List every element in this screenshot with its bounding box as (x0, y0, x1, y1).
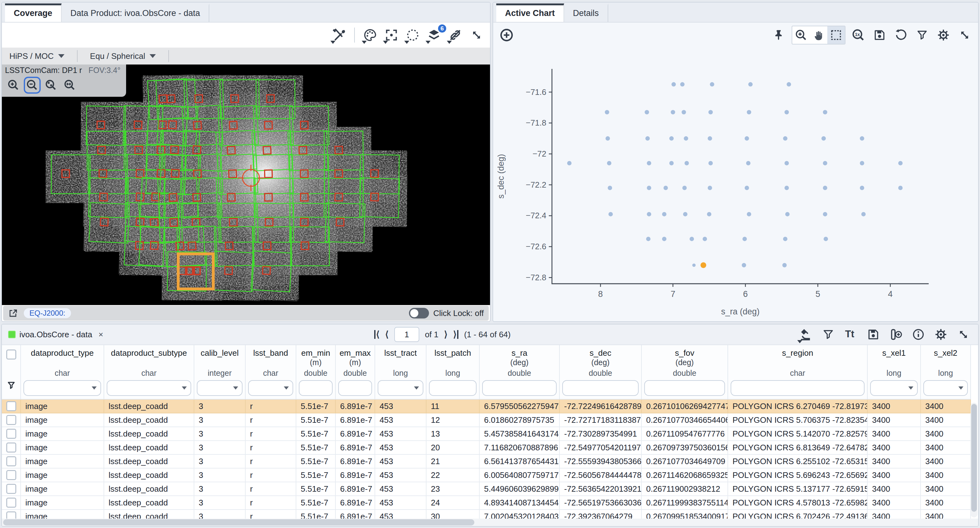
tools-icon[interactable] (331, 26, 347, 45)
row-checkbox[interactable] (6, 442, 16, 453)
scatter-point[interactable] (823, 212, 827, 216)
tab-coverage[interactable]: Coverage (5, 3, 62, 22)
scatter-point[interactable] (823, 186, 827, 190)
table-row[interactable]: imagelsst.deep_coadd3r5.51e-76.891e-7453… (2, 509, 970, 518)
table-row[interactable]: imagelsst.deep_coadd3r5.51e-76.891e-7453… (2, 482, 970, 496)
scatter-point[interactable] (690, 237, 694, 241)
vertical-scrollbar[interactable] (970, 403, 977, 517)
scatter-point[interactable] (823, 110, 827, 114)
column-header-s_xel1[interactable]: s_xel1long (867, 345, 921, 399)
column-header-s_dec[interactable]: s_dec(deg)double (560, 345, 641, 399)
page-input[interactable] (394, 327, 419, 342)
scatter-point[interactable] (821, 136, 826, 140)
last-page-button[interactable]: ⟩ (453, 330, 458, 339)
scatter-point[interactable] (823, 161, 827, 165)
scatter-point[interactable] (647, 161, 651, 165)
scatter-point[interactable] (605, 110, 609, 114)
unlink-icon[interactable] (447, 26, 464, 45)
add-chart-icon[interactable] (498, 26, 515, 45)
row-checkbox[interactable] (6, 470, 16, 480)
filter-input-lsst_patch[interactable] (429, 380, 477, 396)
scrollbar-thumb[interactable] (971, 404, 977, 512)
scatter-point[interactable] (662, 237, 667, 241)
expand-icon[interactable] (468, 26, 485, 45)
row-checkbox[interactable] (6, 484, 16, 494)
sky-view[interactable]: LSSTComCam: DP1 r FOV:3.4° (2, 64, 490, 305)
scatter-point[interactable] (684, 136, 688, 140)
column-header-calib_level[interactable]: calib_levelinteger (194, 345, 245, 399)
column-header-lsst_patch[interactable]: lsst_patchlong (426, 345, 479, 399)
scatter-point[interactable] (787, 82, 791, 86)
filter-input-s_fov[interactable] (644, 380, 725, 396)
horizontal-scrollbar[interactable] (2, 518, 978, 526)
filter-input-lsst_tract[interactable] (378, 380, 423, 396)
scatter-point[interactable] (608, 186, 612, 190)
filter-input-em_min[interactable] (299, 380, 332, 396)
tab-active-chart[interactable]: Active Chart (496, 3, 564, 22)
layers-icon[interactable]: 6 (426, 26, 442, 45)
info-icon[interactable] (910, 325, 927, 344)
filter-input-calib_level[interactable] (197, 380, 242, 396)
row-checkbox[interactable] (6, 401, 16, 411)
scatter-point[interactable] (646, 136, 650, 140)
filter-input-s_xel2[interactable] (923, 380, 968, 396)
table-row[interactable]: imagelsst.deep_coadd3r5.51e-76.891e-7453… (2, 399, 970, 413)
settings-icon[interactable] (935, 26, 952, 45)
scatter-point[interactable] (745, 186, 749, 190)
filter-input-lsst_band[interactable] (248, 380, 293, 396)
zoom-fit-icon[interactable] (43, 77, 59, 94)
select-circle-icon[interactable] (404, 26, 421, 45)
scatter-point[interactable] (898, 161, 903, 165)
filter-input-dataproduct_subtype[interactable] (107, 380, 191, 396)
next-page-button[interactable]: ⟩ (444, 330, 447, 339)
scatter-point[interactable] (669, 161, 674, 165)
filter-input-em_max[interactable] (338, 380, 372, 396)
table-row[interactable]: imagelsst.deep_coadd3r5.51e-76.891e-7453… (2, 413, 970, 427)
scatter-point[interactable] (669, 136, 674, 140)
column-header-s_region[interactable]: s_regionchar (728, 345, 867, 399)
scatter-point[interactable] (605, 136, 610, 140)
prev-page-button[interactable]: ⟨ (385, 330, 389, 339)
scatter-point[interactable] (824, 237, 828, 241)
scatter-point[interactable] (746, 161, 750, 165)
tab-details[interactable]: Details (564, 3, 608, 22)
column-header-dataproduct_type[interactable]: dataproduct_typechar (21, 345, 104, 399)
scatter-point[interactable] (692, 263, 695, 267)
scatter-point[interactable] (646, 237, 651, 241)
restore-icon[interactable] (892, 26, 909, 45)
filter-input-s_region[interactable] (730, 380, 865, 396)
scatter-point[interactable] (663, 186, 668, 190)
tab-data-product[interactable]: Data Product: ivoa.ObsCore - data (62, 3, 209, 22)
column-header-em_min[interactable]: em_min(m)double (296, 345, 336, 399)
external-link-icon[interactable] (8, 308, 18, 318)
scatter-point[interactable] (860, 186, 864, 190)
palette-icon[interactable] (362, 26, 379, 45)
scatter-point[interactable] (860, 161, 864, 165)
filter-input-dataproduct_type[interactable] (24, 380, 101, 396)
scatter-point[interactable] (609, 212, 613, 216)
column-header-s_ra[interactable]: s_ra(deg)double (479, 345, 560, 399)
row-checkbox[interactable] (6, 456, 16, 466)
text-view-icon[interactable]: Tt (842, 325, 859, 344)
scatter-point[interactable] (783, 237, 788, 241)
zoom-in-icon[interactable] (5, 77, 22, 94)
hips-moc-dropdown[interactable]: HiPS / MOC (10, 51, 64, 61)
filter-input-s_ra[interactable] (482, 380, 557, 396)
scatter-point[interactable] (682, 186, 687, 190)
scatter-point[interactable] (745, 136, 749, 140)
select-all-checkbox[interactable] (6, 349, 16, 359)
filter-input-s_dec[interactable] (562, 380, 639, 396)
expand-icon[interactable] (956, 26, 973, 45)
table-row[interactable]: imagelsst.deep_coadd3r5.51e-76.891e-7453… (2, 455, 970, 468)
table-scroll-area[interactable]: dataproduct_typechardataproduct_subtypec… (2, 345, 978, 518)
scatter-point[interactable] (680, 82, 685, 86)
scatter-point[interactable] (708, 161, 713, 165)
scatter-point[interactable] (783, 136, 788, 140)
filter-icon[interactable] (914, 26, 931, 45)
box-select-icon[interactable] (827, 26, 845, 44)
zoom-mode-icon[interactable] (792, 26, 810, 44)
table-row[interactable]: imagelsst.deep_coadd3r5.51e-76.891e-7453… (2, 496, 970, 509)
scatter-point[interactable] (860, 136, 864, 140)
save-icon[interactable] (865, 325, 882, 344)
expand-icon[interactable] (955, 325, 972, 344)
